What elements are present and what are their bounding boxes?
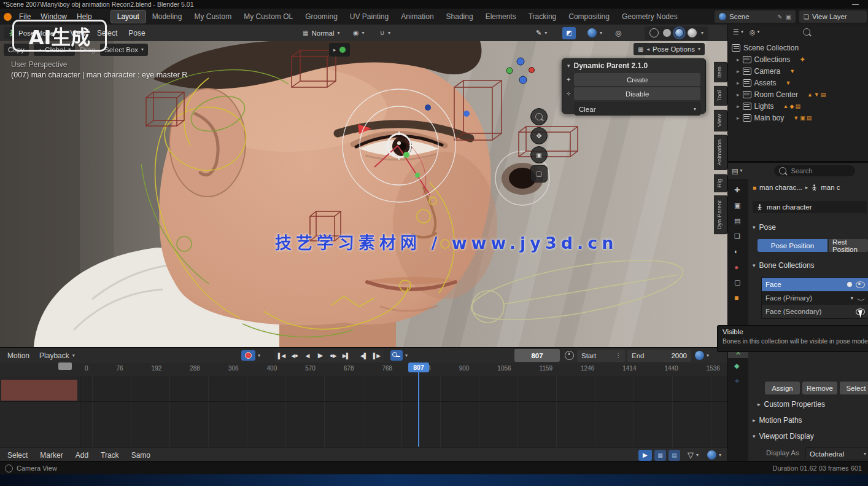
globe-icon[interactable]: [695, 351, 704, 360]
panel-expand-icon[interactable]: ▾: [567, 63, 570, 69]
active-tool-dropdown[interactable]: Select Box ▾: [100, 44, 148, 56]
tab-bone-icon[interactable]: ◆: [734, 362, 739, 370]
tab-viewlayer-icon[interactable]: ❏: [734, 232, 740, 240]
sidebar-tab-tool[interactable]: Tool: [714, 85, 727, 106]
chevron-down-icon[interactable]: ▾: [405, 353, 408, 358]
hand-pan-icon[interactable]: ✥: [530, 127, 548, 144]
pose-panel-header[interactable]: ▾ Pose: [753, 223, 776, 232]
clear-dropdown[interactable]: Clear ▾: [575, 103, 700, 116]
custom-properties-panel-header[interactable]: ▸ Custom Properties: [758, 400, 825, 409]
search-input[interactable]: [789, 167, 850, 175]
bone-collection-face-secondary[interactable]: Face (Secondary): [762, 305, 868, 318]
outliner-row-collections[interactable]: ▸ Collections ✦: [728, 53, 868, 65]
frame-end-field[interactable]: End 2000: [627, 350, 691, 362]
outliner-row-lights[interactable]: ▸ Lights ▲◆▤: [728, 100, 868, 112]
properties-search[interactable]: [774, 165, 855, 176]
shading-material-icon[interactable]: [675, 29, 683, 37]
assign-button[interactable]: Assign: [765, 382, 800, 394]
footer-menu-track[interactable]: Track: [96, 450, 124, 461]
channel-region[interactable]: [0, 377, 80, 447]
next-keyframe-button[interactable]: ●▶: [327, 350, 339, 361]
remove-button[interactable]: Remove: [802, 382, 837, 394]
outliner-filter-dropdown[interactable]: ☰ ▾: [733, 28, 743, 36]
bone-collection-face-primary[interactable]: Face (Primary) ▾: [762, 291, 868, 305]
minimize-button[interactable]: —: [852, 0, 859, 7]
breadcrumb-object[interactable]: man charac...: [759, 184, 802, 191]
chevron-right-icon[interactable]: ▸: [737, 115, 740, 121]
scene-selector[interactable]: Scene ✎ ▣: [715, 10, 796, 23]
keyframe-grid[interactable]: [80, 377, 727, 447]
shading-solid-icon[interactable]: [663, 29, 671, 37]
pin-icon[interactable]: ✎: [777, 14, 782, 20]
tab-render-icon[interactable]: ▣: [734, 202, 740, 210]
timeline-menu-motion[interactable]: Motion: [2, 350, 34, 361]
workspace-tab-modeling[interactable]: Modeling: [146, 10, 188, 23]
chevron-right-icon[interactable]: ▸: [737, 80, 740, 86]
chevron-right-icon[interactable]: ▸: [737, 92, 740, 98]
sidebar-tab-view[interactable]: View: [714, 109, 727, 131]
search-icon[interactable]: [803, 28, 810, 36]
select-button[interactable]: Select: [840, 382, 868, 394]
viewport-menu-pose[interactable]: Pose: [123, 28, 150, 39]
workspace-tab-geometry-nodes[interactable]: Geometry Nodes: [616, 10, 684, 23]
thumbnail-toggle-1[interactable]: ▦: [654, 450, 666, 461]
footer-menu-samo[interactable]: Samo: [126, 450, 155, 461]
play-button[interactable]: ▶: [314, 350, 327, 361]
frame-back-button[interactable]: ◀▌: [357, 350, 370, 361]
pose-options-dropdown[interactable]: ▦ ◂ Pose Options ▾: [634, 43, 705, 55]
pose-position-button[interactable]: Pose Position: [758, 239, 827, 252]
frame-start-field[interactable]: Start ⋮: [577, 350, 625, 362]
timeline-ruler[interactable]: 0 76 192 288 306 400 570 678 768 864 900…: [0, 363, 727, 377]
spinner-icon[interactable]: ⋮: [616, 353, 621, 358]
globe-icon[interactable]: [707, 450, 716, 460]
properties-editor-type[interactable]: ▤ ▾: [732, 167, 742, 175]
playhead-label[interactable]: 807: [408, 363, 429, 372]
footer-menu-add[interactable]: Add: [71, 450, 93, 461]
workspace-tab-my-custom-ol[interactable]: My Custom OL: [238, 10, 299, 23]
timeline-menu-playback[interactable]: Playback▾: [34, 350, 80, 361]
create-button[interactable]: Create: [574, 73, 700, 86]
outliner-row-scene-collection[interactable]: Scene Collection: [728, 42, 868, 53]
tab-object-icon[interactable]: ■: [734, 294, 738, 302]
current-frame-field[interactable]: 807: [514, 349, 560, 362]
channel-summary-strip[interactable]: [1, 380, 77, 401]
snap-selector[interactable]: ∪ ▾: [376, 27, 395, 39]
visibility-eye-closed-icon[interactable]: [857, 296, 865, 300]
prev-keyframe-button[interactable]: ◀●: [288, 350, 301, 361]
bone-collection-face[interactable]: Face: [762, 278, 868, 291]
tab-world-icon[interactable]: ●: [734, 263, 738, 272]
frame-icon[interactable]: ❏: [530, 165, 548, 182]
orientation-selector[interactable]: ▦ Normal ▾: [298, 27, 344, 39]
chevron-right-icon[interactable]: ▸: [737, 57, 740, 63]
footer-menu-select[interactable]: Select: [2, 450, 33, 461]
frame-forward-button[interactable]: ▌▶: [370, 350, 383, 361]
shading-wireframe-icon[interactable]: [649, 28, 659, 37]
sidebar-tab-animation[interactable]: Animation: [714, 135, 727, 170]
chevron-right-icon[interactable]: ▸: [737, 68, 740, 74]
blender-logo[interactable]: [4, 13, 12, 21]
snap-toggle[interactable]: ▾: [583, 27, 606, 39]
shading-rendered-icon[interactable]: [688, 28, 697, 37]
new-scene-icon[interactable]: ▣: [786, 14, 791, 20]
workspace-tab-my-custom[interactable]: My Custom: [188, 10, 238, 23]
camera-view-icon[interactable]: ▣: [530, 146, 548, 163]
sidebar-tab-rig[interactable]: Rig: [714, 174, 727, 192]
tab-collection-icon[interactable]: ▢: [734, 278, 740, 286]
thumbnail-toggle-2[interactable]: ▤: [668, 450, 680, 461]
bone-collections-panel-header[interactable]: ▾ Bone Collections: [753, 261, 815, 270]
tab-physics-icon[interactable]: ✧: [734, 377, 740, 385]
outliner-row-assets[interactable]: ▸ Assets ▼: [728, 77, 868, 88]
jump-to-end-button[interactable]: ▶▌: [339, 350, 352, 361]
tab-scene-icon[interactable]: ◐: [734, 248, 738, 255]
jump-to-start-button[interactable]: ▌◀: [275, 350, 288, 361]
breadcrumb-data[interactable]: man c: [821, 184, 840, 191]
id-name-field[interactable]: man character: [753, 201, 867, 213]
rest-position-button[interactable]: Rest Position: [829, 239, 868, 252]
chevron-down-icon[interactable]: ▾: [850, 295, 853, 301]
playhead-cursor-toggle[interactable]: ▶: [638, 450, 652, 461]
outliner-row-room-center[interactable]: ▸ Room Center ▲▼▤: [728, 88, 868, 100]
tab-output-icon[interactable]: ▤: [734, 217, 740, 225]
auto-keying-toggle[interactable]: [241, 350, 255, 361]
outliner-display-mode[interactable]: ◎ ▾: [750, 28, 760, 36]
workspace-tab-uv-painting[interactable]: UV Painting: [344, 10, 395, 23]
